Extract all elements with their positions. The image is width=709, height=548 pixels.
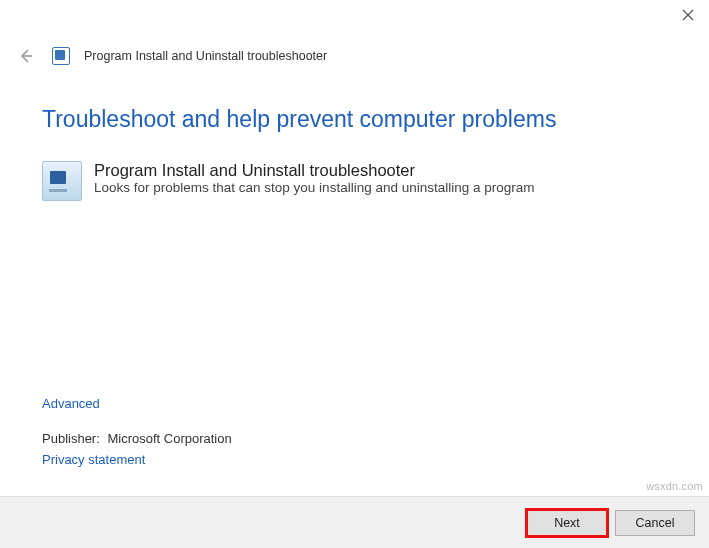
close-icon[interactable] [681, 9, 695, 23]
page-title: Troubleshoot and help prevent computer p… [42, 106, 667, 133]
publisher-row: Publisher: Microsoft Corporation [42, 431, 232, 446]
content-area: Troubleshoot and help prevent computer p… [0, 80, 709, 201]
troubleshooter-icon [42, 161, 82, 201]
header-row: Program Install and Uninstall troublesho… [0, 32, 709, 80]
back-icon[interactable] [14, 44, 38, 68]
cancel-button[interactable]: Cancel [615, 510, 695, 536]
publisher-label: Publisher: [42, 431, 100, 446]
troubleshooter-item: Program Install and Uninstall troublesho… [42, 161, 667, 201]
troubleshooter-text: Program Install and Uninstall troublesho… [94, 161, 535, 201]
button-row: Next Cancel [0, 496, 709, 548]
app-icon [52, 47, 70, 65]
publisher-value: Microsoft Corporation [107, 431, 231, 446]
advanced-link[interactable]: Advanced [42, 396, 232, 411]
privacy-link[interactable]: Privacy statement [42, 452, 145, 467]
troubleshooter-description: Looks for problems that can stop you ins… [94, 180, 535, 195]
titlebar [0, 0, 709, 32]
troubleshooter-title: Program Install and Uninstall troublesho… [94, 161, 535, 180]
window-title: Program Install and Uninstall troublesho… [84, 49, 327, 63]
footer-info: Advanced Publisher: Microsoft Corporatio… [42, 396, 232, 468]
next-button[interactable]: Next [527, 510, 607, 536]
watermark: wsxdn.com [646, 480, 703, 492]
